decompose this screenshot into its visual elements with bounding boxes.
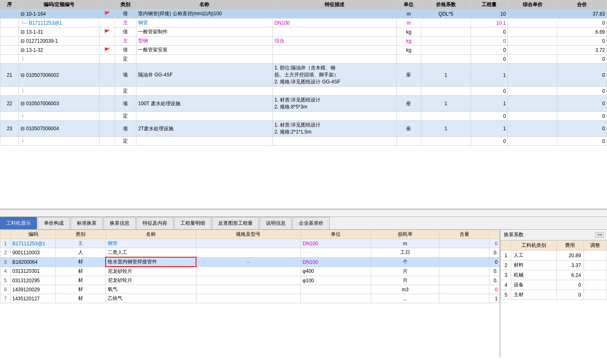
bottom-table-header: 单位 [301,230,371,239]
total-cell: 0 [557,64,607,87]
top-table-area[interactable]: 序编码/定额编号类别名称特征描述单位价格系数工程量综合单价合价⊟ 10-1-16… [0,0,607,210]
seq-cell [0,55,19,64]
tab-2[interactable]: 标准换算 [71,217,103,229]
tab-8[interactable]: 企业基准价 [293,217,330,229]
bottom-spec-cell [301,248,371,258]
total-cell: 0 [557,18,607,28]
horizontal-scrollbar[interactable] [0,210,607,217]
bottom-left-panel[interactable]: 编码类别名称规格及型号单位损耗率含量 1B17111253@1主钢管DN100m… [0,230,500,357]
bottom-content: 编码类别名称规格及型号单位损耗率含量 1B17111253@1主钢管DN100m… [0,230,607,357]
unit-cell: kg [396,37,421,46]
dots-button[interactable] [196,248,301,258]
table-row[interactable]: ⊟ 13-1-32🚩借一般管架安装kg03.72 [0,46,607,55]
right-cost-cell: 0 [557,290,584,300]
flag-cell [99,112,115,121]
list-item[interactable]: 1B17111253@1主钢管DN100m0 [0,239,500,248]
tab-1[interactable]: 单价构成 [38,217,70,229]
qty-cell: 0 [471,37,508,46]
bottom-name-cell[interactable]: 钢管 [106,239,196,248]
right-table-header: 调整 [584,241,607,251]
row-number: 5 [0,276,11,285]
list-item[interactable]: 50313120295材尼龙砂轮片φ100片0. [0,276,500,285]
bottom-type-cell: 人 [56,248,106,258]
bottom-type-cell: 材 [56,285,106,294]
tab-5[interactable]: 工程量明细 [174,217,211,229]
qty-cell: 0 [471,28,508,37]
bottom-qty-cell: 1 [489,294,500,303]
list-item[interactable]: 71435120127材乙炔气...1 [0,294,500,303]
bottom-unit-cell: ... [371,294,439,303]
list-item[interactable]: 3B18200064材给水室内钢管焊接管件···DN100个0 [0,257,500,267]
type-cell: 项 [115,96,136,112]
table-row[interactable]: └ 定00 [0,87,607,96]
dots-button[interactable]: ··· [196,257,301,267]
list-item[interactable]: 61439120029材氧气m30 [0,285,500,294]
type-cell: 借 [115,9,136,18]
main-table: 序编码/定额编号类别名称特征描述单位价格系数工程量综合单价合价⊟ 10-1-16… [0,0,607,146]
expand-button[interactable]: >> [595,232,604,237]
bottom-loss-cell [439,257,489,267]
dots-button[interactable] [196,267,301,276]
bottom-name-cell[interactable]: 二类人工 [106,248,196,258]
bottom-name-cell[interactable]: 尼龙砂轮片 [106,267,196,276]
name-cell: 室内钢管(焊接) 公称直径(mm以内)100 [136,9,272,18]
price-cell [421,18,471,28]
bottom-loss-cell [439,248,489,258]
right-row-num: 5 [501,290,511,300]
bottom-name-cell[interactable]: 乙炔气 [106,294,196,303]
table-row[interactable]: ⊟ 0127120039-1主型钢综合kg00 [0,37,607,46]
unit-cell [396,137,421,146]
table-row[interactable]: └─ B17111253@1主钢管DN100m10.10 [0,18,607,28]
bottom-table-header: 编码 [11,230,56,239]
right-type-cell: 材料 [511,260,557,270]
right-adj-cell[interactable] [584,280,607,290]
spec-cell: 1. 部位:隔油井（含木模、钢 筋、土方开挖回填、脚手架） 2. 规格:详见图纸… [272,64,396,87]
unit-cell [396,87,421,96]
table-row[interactable]: 22⊟ 010507006003项100T 废水处理设施1. 材质:详见图纸设计… [0,96,607,112]
tab-0[interactable]: 工料机显示 [0,217,37,229]
list-item[interactable]: 40313120301材尼龙砂轮片φ400片0. [0,267,500,276]
dots-button[interactable] [196,285,301,294]
table-row[interactable]: └ 定00 [0,55,607,64]
table-row[interactable]: └ 定00 [0,112,607,121]
bottom-tabs[interactable]: 工料机显示单价构成标准换算换算信息特征及内容工程量明细反查图形工程量说明信息企业… [0,217,607,230]
type-cell: 主 [115,37,136,46]
tab-6[interactable]: 反查图形工程量 [212,217,259,229]
right-adj-cell[interactable] [584,260,607,270]
bottom-code-cell: 0313120301 [11,267,56,276]
qty-cell: 0 [471,112,508,121]
price-cell: QDL*5 [421,9,471,18]
dots-button[interactable] [196,239,301,248]
tab-4[interactable]: 特征及内容 [136,217,173,229]
right-adj-cell[interactable] [584,270,607,280]
unit-cell [396,112,421,121]
type-cell: 项 [115,64,136,87]
tab-3[interactable]: 换算信息 [104,217,136,229]
table-row[interactable]: ⊟ 10-1-164🚩借室内钢管(焊接) 公称直径(mm以内)100mQDL*5… [0,9,607,18]
price-cell [421,28,471,37]
tab-7[interactable]: 说明信息 [260,217,292,229]
table-row[interactable]: 23⊟ 010507006004项2T废水处理设施1. 材质:详见图纸设计 2.… [0,121,607,137]
right-adj-cell[interactable] [584,290,607,300]
right-panel-header: 换算系数 >> [501,230,607,240]
spec-cell [272,46,396,55]
list-item[interactable]: 20001110003人二类人工工日0. [0,248,500,258]
dots-button[interactable] [196,294,301,303]
bottom-name-cell[interactable]: 尼龙砂轮片 [106,276,196,285]
dots-button[interactable] [196,276,301,285]
bottom-spec-cell: DN100 [301,257,371,267]
name-cell [136,87,272,96]
unit-cell: m [396,18,421,28]
name-cell [136,55,272,64]
name-cell: 一般管架安装 [136,46,272,55]
bottom-name-cell[interactable]: 给水室内钢管焊接管件 [106,257,196,267]
price-cell [421,112,471,121]
bottom-name-cell[interactable]: 氧气 [106,285,196,294]
table-row[interactable]: 21⊟ 010507006002项隔油井 GG-4SF1. 部位:隔油井（含木模… [0,64,607,87]
table-row[interactable]: └ 定00 [0,137,607,146]
bottom-unit-cell: 片 [371,267,439,276]
price-cell [421,46,471,55]
right-adj-cell[interactable] [584,251,607,260]
table-row[interactable]: ⊟ 13-1-31🚩借一般管架制作kg06.69 [0,28,607,37]
right-table-row: 4设备0 [501,280,607,290]
